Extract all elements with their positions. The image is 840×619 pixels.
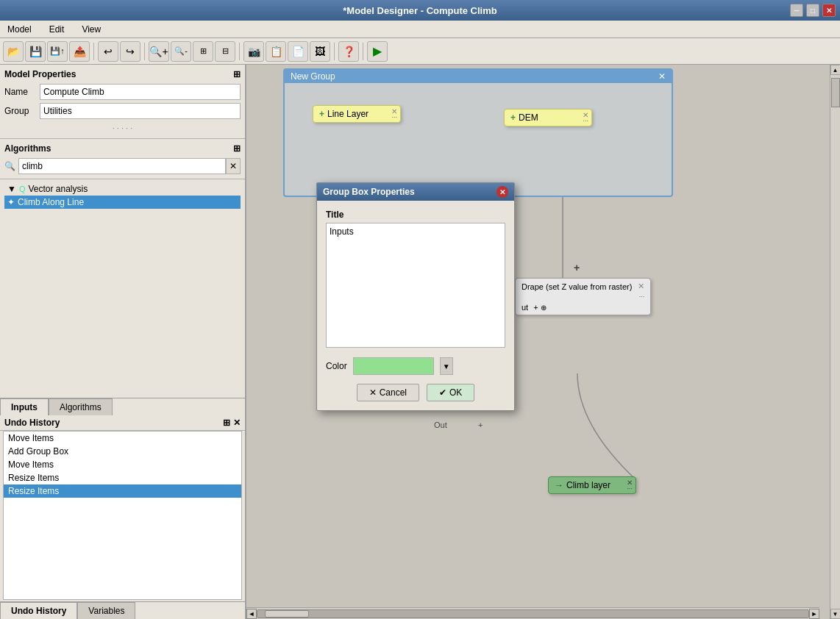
dialog-title-bar: Group Box Properties ✕: [317, 183, 514, 201]
undo-item-3[interactable]: Resize Items: [4, 471, 241, 484]
drape-connectors: ···: [522, 293, 644, 300]
name-input[interactable]: [40, 84, 241, 100]
separator-1: [93, 43, 94, 60]
horizontal-scrollbar-track[interactable]: [257, 609, 809, 618]
undo-history-title: Undo History: [4, 418, 60, 428]
drape-arrow-icon: ⊕: [541, 304, 547, 312]
group-box-properties-dialog[interactable]: Group Box Properties ✕ Title Inputs Colo…: [316, 182, 515, 411]
export-button[interactable]: 📤: [69, 41, 90, 62]
separator-4: [334, 43, 335, 60]
bottom-tab-undo-history[interactable]: Undo History: [0, 602, 77, 619]
group-label: Group: [4, 106, 40, 116]
scroll-down-arrow[interactable]: ▼: [830, 609, 841, 619]
tree-item-label: Climb Along Line: [18, 197, 84, 207]
plus-connector-1: +: [574, 262, 580, 273]
drape-close-icon[interactable]: ✕: [638, 282, 644, 291]
group-input[interactable]: [40, 103, 241, 119]
group-box[interactable]: New Group ✕: [283, 68, 673, 197]
undo-history-header: Undo History ⊞ ✕: [0, 415, 245, 431]
undo-close-icon[interactable]: ✕: [233, 418, 241, 428]
menu-model[interactable]: Model: [3, 23, 36, 36]
out-label: Out: [434, 421, 447, 429]
undo-item-4[interactable]: Resize Items: [4, 484, 241, 498]
maximize-button[interactable]: □: [806, 4, 819, 17]
algo-title: Algorithms: [4, 143, 51, 154]
save-button[interactable]: 💾: [25, 41, 46, 62]
help-button[interactable]: ❓: [338, 41, 359, 62]
group-box-close-icon[interactable]: ✕: [658, 71, 666, 82]
menu-bar: Model Edit View: [0, 21, 840, 38]
zoom-fit-button[interactable]: ⊞: [193, 41, 213, 62]
algo-header: Algorithms ⊞: [4, 143, 241, 154]
scroll-up-arrow[interactable]: ▲: [830, 65, 841, 75]
search-row: 🔍 ✕: [4, 158, 241, 174]
line-layer-connectors: ···: [391, 113, 397, 121]
line-layer-node[interactable]: + Line Layer ✕ ···: [313, 105, 401, 123]
undo-item-0[interactable]: Move Items: [4, 432, 241, 445]
climb-layer-node[interactable]: → Climb layer ✕ ···: [548, 476, 636, 494]
menu-edit[interactable]: Edit: [45, 23, 69, 36]
left-panel-spacer: [0, 212, 245, 398]
run-button[interactable]: ▶: [367, 41, 388, 62]
vertical-scrollbar-thumb[interactable]: [831, 78, 840, 107]
svg-button[interactable]: 🖼: [310, 41, 330, 62]
export2-button[interactable]: 📋: [266, 41, 286, 62]
open-button[interactable]: 📂: [3, 41, 24, 62]
undo-header-controls: ⊞ ✕: [223, 418, 241, 428]
drape-output-row: ut + ⊕: [522, 303, 644, 312]
dem-node[interactable]: + DEM ✕ ···: [504, 109, 592, 126]
tab-inputs[interactable]: Inputs: [0, 398, 49, 415]
canvas-area[interactable]: New Group ✕ + Line Layer ✕ ··· +: [246, 65, 830, 619]
separator-2: [144, 43, 145, 60]
horizontal-scrollbar[interactable]: ◄ ►: [246, 607, 819, 619]
undo-button[interactable]: ↩: [98, 41, 118, 62]
close-button[interactable]: ✕: [822, 4, 836, 17]
undo-item-2[interactable]: Move Items: [4, 458, 241, 471]
redo-button[interactable]: ↪: [120, 41, 140, 62]
scroll-left-arrow[interactable]: ◄: [246, 609, 257, 619]
group-row: Group: [4, 103, 241, 119]
save-as-button[interactable]: 💾↑: [47, 41, 68, 62]
dialog-close-button[interactable]: ✕: [496, 186, 508, 198]
minimize-button[interactable]: ─: [790, 4, 803, 17]
undo-history-section: Undo History ⊞ ✕ Move Items Add Group Bo…: [0, 415, 245, 601]
search-icon: 🔍: [4, 161, 15, 171]
dialog-color-dropdown[interactable]: ▼: [440, 357, 453, 375]
menu-view[interactable]: View: [77, 23, 105, 36]
undo-item-1[interactable]: Add Group Box: [4, 445, 241, 458]
dialog-buttons: ✕ Cancel ✔ OK: [326, 384, 505, 401]
dialog-cancel-button[interactable]: ✕ Cancel: [357, 384, 419, 401]
bottom-tab-variables[interactable]: Variables: [77, 602, 135, 619]
model-properties-section: Model Properties ⊞ Name Group · · · · ·: [0, 65, 245, 139]
dialog-title-text: Group Box Properties: [323, 187, 415, 197]
dialog-title-input[interactable]: Inputs: [326, 223, 505, 348]
tree-parent-vector-analysis[interactable]: ▼ Q Vector analysis: [4, 182, 241, 196]
scroll-right-arrow[interactable]: ►: [809, 609, 819, 619]
zoom-in-button[interactable]: 🔍+: [149, 41, 169, 62]
clear-search-button[interactable]: ✕: [226, 158, 241, 174]
dialog-ok-button[interactable]: ✔ OK: [427, 384, 474, 401]
dialog-color-picker[interactable]: [353, 357, 434, 375]
algo-expand[interactable]: ⊞: [233, 143, 241, 154]
model-props-expand[interactable]: ⊞: [233, 69, 241, 79]
drape-label: Drape (set Z value from raster): [522, 282, 632, 291]
vertical-scrollbar[interactable]: ▲ ▼: [830, 65, 840, 619]
algorithm-search-input[interactable]: [18, 158, 226, 174]
drape-node[interactable]: Drape (set Z value from raster) ✕ ··· ut…: [515, 278, 651, 315]
separator-3: [239, 43, 240, 60]
zoom-out-button[interactable]: 🔍-: [171, 41, 191, 62]
tab-algorithms[interactable]: Algorithms: [49, 398, 113, 415]
undo-expand-icon[interactable]: ⊞: [223, 418, 230, 428]
horizontal-scrollbar-thumb[interactable]: [265, 610, 309, 618]
group-box-title-text: New Group: [291, 71, 335, 82]
tree-item-climb-along-line[interactable]: ✦ Climb Along Line: [4, 196, 241, 209]
group-box-title-bar: New Group ✕: [285, 70, 672, 83]
tree-expand-icon: ▼: [7, 184, 16, 194]
title-bar: *Model Designer - Compute Climb ─ □ ✕: [0, 0, 840, 21]
line-layer-label: Line Layer: [327, 109, 369, 119]
algorithms-section: Algorithms ⊞ 🔍 ✕: [0, 139, 245, 179]
cancel-label: Cancel: [380, 387, 407, 398]
arrange-button[interactable]: ⊟: [215, 41, 235, 62]
capture-button[interactable]: 📷: [243, 41, 264, 62]
pdf-button[interactable]: 📄: [288, 41, 308, 62]
